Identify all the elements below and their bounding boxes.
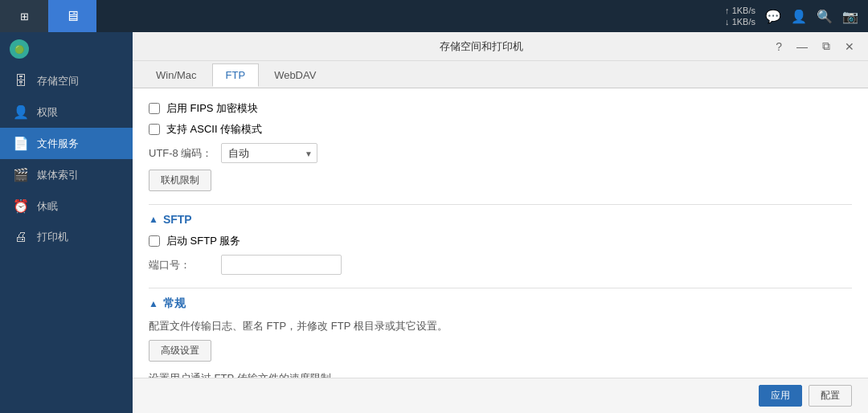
- config-button[interactable]: 配置: [809, 385, 852, 407]
- help-button[interactable]: ?: [772, 39, 786, 55]
- port-label: 端口号：: [149, 258, 213, 272]
- sidebar-item-permissions[interactable]: 👤 权限: [0, 96, 133, 128]
- download-speed: ↓ 1KB/s: [725, 16, 755, 27]
- window-titlebar: 存储空间和打印机 ? — ⧉ ✕: [133, 32, 868, 61]
- common-desc: 配置文件传输日志、匿名 FTP，并修改 FTP 根目录或其它设置。: [149, 319, 852, 333]
- sidebar-item-media-index[interactable]: 🎬 媒体索引: [0, 159, 133, 190]
- common-title: 常规: [163, 296, 186, 311]
- divider-common: [149, 288, 852, 288]
- search-icon[interactable]: 🔍: [817, 9, 833, 24]
- media-index-icon: 🎬: [13, 167, 29, 182]
- action-bar: 应用 配置: [133, 378, 868, 413]
- lan-btn-row: 联机限制: [149, 170, 852, 191]
- advanced-btn-row: 高级设置: [149, 340, 852, 362]
- ascii-checkbox[interactable]: [149, 124, 160, 135]
- sidebar-item-sleep[interactable]: ⏰ 休眠: [0, 190, 133, 222]
- sidebar-item-file-service[interactable]: 📄 文件服务: [0, 128, 133, 159]
- advanced-settings-button[interactable]: 高级设置: [149, 340, 211, 362]
- chat-icon[interactable]: 💬: [765, 9, 781, 24]
- fips-section: 启用 FIPS 加密模块 支持 ASCII 传输模式 UTF-8 编码： 自动 …: [149, 101, 852, 191]
- restore-button[interactable]: ⧉: [818, 38, 834, 55]
- window-title: 存储空间和打印机: [190, 39, 772, 54]
- utf8-row: UTF-8 编码： 自动 启用 禁用 ▼: [149, 143, 852, 163]
- net-speed: ↑ 1KB/s ↓ 1KB/s: [725, 5, 755, 28]
- storage-icon: 🗄: [13, 74, 29, 88]
- panel-content: 启用 FIPS 加密模块 支持 ASCII 传输模式 UTF-8 编码： 自动 …: [133, 88, 868, 378]
- ascii-label: 支持 ASCII 传输模式: [166, 122, 262, 137]
- fips-row: 启用 FIPS 加密模块: [149, 101, 852, 116]
- content-area: 存储空间和打印机 ? — ⧉ ✕ Win/Mac FTP WebDAV: [133, 32, 868, 413]
- fips-label: 启用 FIPS 加密模块: [166, 101, 258, 116]
- file-service-icon: 📄: [13, 136, 29, 151]
- sidebar-item-printer[interactable]: 🖨 打印机: [0, 222, 133, 252]
- port-row: 端口号： 22: [149, 255, 852, 275]
- tab-bar: Win/Mac FTP WebDAV: [133, 61, 868, 88]
- sftp-header: ▲ SFTP: [149, 213, 852, 226]
- sidebar-label-printer: 打印机: [37, 230, 68, 244]
- sidebar-label-permissions: 权限: [37, 105, 58, 120]
- common-header: ▲ 常规: [149, 296, 852, 311]
- lan-limit-button[interactable]: 联机限制: [149, 170, 211, 191]
- ascii-row: 支持 ASCII 传输模式: [149, 122, 852, 137]
- utf8-label: UTF-8 编码：: [149, 146, 213, 161]
- divider-sftp: [149, 204, 852, 205]
- sidebar-label-file-service: 文件服务: [37, 137, 79, 151]
- utf8-select-wrapper: 自动 启用 禁用 ▼: [221, 143, 317, 163]
- close-button[interactable]: ✕: [841, 39, 858, 55]
- camera-icon[interactable]: 📷: [842, 9, 858, 24]
- taskbar: ⊞ 🖥 ↑ 1KB/s ↓ 1KB/s 💬 👤 🔍 📷: [0, 0, 868, 32]
- logo-text: 🟢: [14, 45, 24, 54]
- sftp-enable-checkbox[interactable]: [149, 235, 160, 247]
- tab-ftp[interactable]: FTP: [212, 63, 260, 87]
- taskbar-right: ↑ 1KB/s ↓ 1KB/s 💬 👤 🔍 📷: [725, 5, 868, 28]
- minimize-button[interactable]: —: [792, 39, 812, 55]
- fips-checkbox[interactable]: [149, 103, 160, 114]
- taskbar-icon-nas[interactable]: 🖥: [48, 0, 96, 32]
- speed-desc: 设置用户通过 FTP 传输文件的速度限制。: [149, 371, 852, 378]
- sidebar-header: 🟢: [0, 32, 133, 66]
- sidebar-label-media-index: 媒体索引: [37, 168, 79, 182]
- tab-webdav[interactable]: WebDAV: [260, 63, 330, 86]
- common-toggle-icon[interactable]: ▲: [149, 298, 158, 309]
- sftp-title: SFTP: [163, 213, 192, 226]
- sidebar-label-sleep: 休眠: [37, 199, 58, 214]
- nas-icon: 🖥: [65, 8, 80, 25]
- user-icon[interactable]: 👤: [791, 9, 807, 24]
- sidebar-logo: 🟢: [10, 39, 29, 59]
- sftp-enable-label: 启动 SFTP 服务: [166, 234, 240, 248]
- common-section: ▲ 常规 配置文件传输日志、匿名 FTP，并修改 FTP 根目录或其它设置。 高…: [149, 296, 852, 378]
- sftp-enable-row: 启动 SFTP 服务: [149, 234, 852, 248]
- tab-winmac[interactable]: Win/Mac: [142, 63, 211, 86]
- printer-icon: 🖨: [13, 230, 29, 244]
- sidebar-label-storage: 存储空间: [37, 74, 79, 88]
- taskbar-icon-grid[interactable]: ⊞: [0, 0, 48, 32]
- sleep-icon: ⏰: [13, 198, 29, 214]
- main-layout: 🟢 🗄 存储空间 👤 权限 📄 文件服务 🎬 媒体索引 ⏰ 休眠 🖨 打印机: [0, 32, 868, 413]
- apply-button[interactable]: 应用: [759, 385, 802, 407]
- port-input[interactable]: 22: [221, 255, 342, 275]
- sftp-toggle-icon[interactable]: ▲: [149, 214, 158, 225]
- permissions-icon: 👤: [13, 104, 29, 120]
- grid-icon: ⊞: [20, 10, 29, 22]
- sidebar: 🟢 🗄 存储空间 👤 权限 📄 文件服务 🎬 媒体索引 ⏰ 休眠 🖨 打印机: [0, 32, 133, 413]
- sftp-section: ▲ SFTP 启动 SFTP 服务 端口号： 22: [149, 213, 852, 275]
- upload-speed: ↑ 1KB/s: [725, 5, 755, 16]
- window-controls: ? — ⧉ ✕: [772, 38, 858, 55]
- utf8-select[interactable]: 自动 启用 禁用: [221, 143, 317, 163]
- sidebar-item-storage[interactable]: 🗄 存储空间: [0, 66, 133, 96]
